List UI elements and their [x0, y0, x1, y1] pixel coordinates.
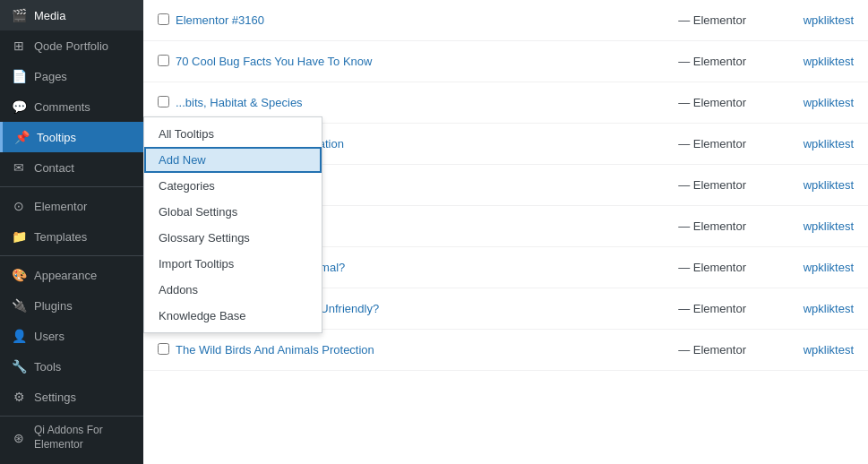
dropdown-addons[interactable]: Addons [144, 277, 322, 303]
row-checkbox-2[interactable] [158, 96, 176, 110]
dropdown-global-settings[interactable]: Global Settings [144, 199, 322, 225]
row-suffix-4: — Elementor [678, 178, 746, 192]
row-suffix-8: — Elementor [678, 343, 746, 357]
sidebar-item-qi-addons-label: Qi Addons For Elementor [34, 424, 133, 451]
elementor-icon: ⊙ [11, 198, 27, 214]
dropdown-import-tooltips[interactable]: Import Tooltips [144, 251, 322, 277]
sidebar-item-plugins[interactable]: 🔌 Plugins [0, 290, 143, 321]
tooltips-icon: 📌 [13, 129, 30, 145]
tooltips-dropdown: All Tooltips Add New Categories Global S… [143, 116, 322, 333]
sidebar-item-tools[interactable]: 🔧 Tools [0, 351, 143, 382]
row-author-4[interactable]: wpkliktest [746, 178, 854, 192]
sidebar-item-tools-label: Tools [34, 360, 61, 374]
sidebar-item-appearance-label: Appearance [34, 269, 97, 282]
sidebar-item-templates[interactable]: 📁 Templates [0, 221, 143, 252]
sidebar-item-settings[interactable]: ⚙ Settings [0, 382, 143, 412]
sidebar-item-comments-label: Comments [34, 100, 90, 114]
sidebar-item-qi-addons[interactable]: ⊛ Qi Addons For Elementor [0, 416, 143, 459]
qode-portfolio-icon: ⊞ [11, 38, 27, 54]
qi-addons-icon: ⊛ [11, 430, 27, 446]
row-author-6[interactable]: wpkliktest [746, 261, 854, 274]
row-author-7[interactable]: wpkliktest [746, 302, 854, 315]
dropdown-all-tooltips[interactable]: All Tooltips [144, 121, 322, 147]
media-icon: 🎬 [11, 7, 27, 23]
main-content: All Tooltips Add New Categories Global S… [143, 0, 868, 464]
table-row: The Wild Birds And Animals Protection — … [143, 330, 868, 371]
sidebar-item-settings-label: Settings [34, 391, 76, 404]
sidebar-item-tooltips-label: Tooltips [37, 131, 76, 144]
sidebar-item-elementor-label: Elementor [34, 200, 87, 213]
sidebar-item-pages-label: Pages [34, 70, 67, 83]
table-row: Elementor #3160 — Elementor wpkliktest [143, 0, 868, 41]
sidebar-item-tooltips[interactable]: 📌 Tooltips [0, 122, 143, 152]
row-suffix-7: — Elementor [678, 302, 746, 315]
row-author-1[interactable]: wpkliktest [746, 55, 854, 68]
row-author-8[interactable]: wpkliktest [746, 343, 854, 357]
row-suffix-5: — Elementor [678, 219, 746, 233]
users-icon: 👤 [11, 328, 27, 344]
row-title-8[interactable]: The Wild Birds And Animals Protection [176, 343, 675, 357]
row-author-5[interactable]: wpkliktest [746, 219, 854, 233]
dropdown-categories[interactable]: Categories [144, 173, 322, 199]
row-checkbox-8[interactable] [158, 343, 176, 357]
row-checkbox-0[interactable] [158, 13, 176, 28]
settings-icon: ⚙ [11, 389, 27, 405]
table-row: 70 Cool Bug Facts You Have To Know — Ele… [143, 41, 868, 82]
row-suffix-6: — Elementor [678, 261, 746, 274]
dropdown-menu: All Tooltips Add New Categories Global S… [143, 116, 322, 333]
templates-icon: 📁 [11, 228, 27, 245]
sidebar-item-contact[interactable]: ✉ Contact [0, 152, 143, 183]
row-author-2[interactable]: wpkliktest [746, 96, 854, 109]
dropdown-glossary-settings[interactable]: Glossary Settings [144, 225, 322, 251]
row-title-0[interactable]: Elementor #3160 [176, 13, 675, 27]
sidebar-item-media-label: Media [34, 9, 65, 22]
row-title-1[interactable]: 70 Cool Bug Facts You Have To Know [176, 55, 675, 68]
row-suffix-2: — Elementor [678, 96, 746, 109]
row-suffix-0: — Elementor [678, 13, 746, 27]
sidebar-item-elementor[interactable]: ⊙ Elementor [0, 186, 143, 221]
sidebar-item-plugins-label: Plugins [34, 299, 73, 313]
sidebar-item-users-label: Users [34, 330, 64, 343]
comments-icon: 💬 [11, 99, 27, 115]
sidebar-item-pages[interactable]: 📄 Pages [0, 61, 143, 91]
row-author-3[interactable]: wpkliktest [746, 137, 854, 150]
tools-icon: 🔧 [11, 358, 27, 374]
contact-icon: ✉ [11, 159, 27, 176]
row-author-0[interactable]: wpkliktest [746, 13, 854, 27]
sidebar-item-comments[interactable]: 💬 Comments [0, 91, 143, 122]
sidebar-item-contact-label: Contact [34, 161, 74, 175]
dropdown-add-new[interactable]: Add New [144, 147, 322, 173]
dropdown-knowledge-base[interactable]: Knowledge Base [144, 303, 322, 329]
sidebar: 🎬 Media ⊞ Qode Portfolio 📄 Pages 💬 Comme… [0, 0, 143, 464]
row-suffix-3: — Elementor [678, 137, 746, 150]
row-suffix-1: — Elementor [678, 55, 746, 68]
plugins-icon: 🔌 [11, 297, 27, 314]
row-title-2[interactable]: ...bits, Habitat & Species [176, 96, 675, 109]
sidebar-item-templates-label: Templates [34, 230, 87, 244]
sidebar-item-qode-portfolio[interactable]: ⊞ Qode Portfolio [0, 30, 143, 61]
row-checkbox-1[interactable] [158, 55, 176, 69]
sidebar-item-appearance[interactable]: 🎨 Appearance [0, 255, 143, 290]
pages-icon: 📄 [11, 68, 27, 84]
appearance-icon: 🎨 [11, 267, 27, 283]
sidebar-item-users[interactable]: 👤 Users [0, 321, 143, 351]
sidebar-item-qode-portfolio-label: Qode Portfolio [34, 39, 108, 53]
sidebar-item-media[interactable]: 🎬 Media [0, 0, 143, 30]
